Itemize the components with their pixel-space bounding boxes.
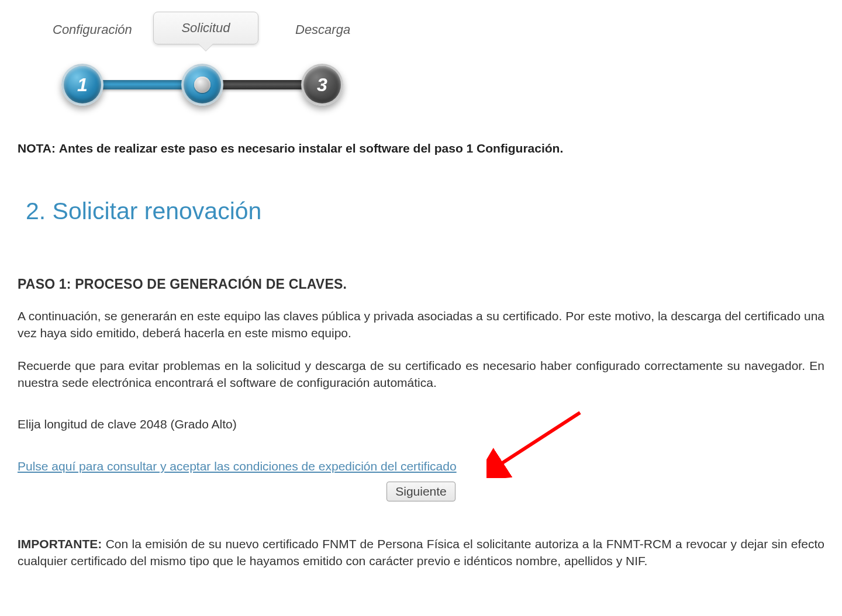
key-length-text: Elija longitud de clave 2048 (Grado Alto…: [18, 417, 824, 431]
page-title: 2. Solicitar renovación: [26, 198, 824, 225]
importante-text: Con la emisión de su nuevo certificado F…: [18, 537, 824, 567]
step-knob-1: 1: [61, 64, 103, 106]
nota-line: NOTA: Antes de realizar este paso es nec…: [18, 141, 824, 155]
paso1-title: PASO 1: PROCESO DE GENERACIÓN DE CLAVES.: [18, 276, 824, 292]
nota-label: NOTA:: [18, 141, 56, 155]
progress-stepper: Configuración Solicitud Descarga 1 3: [35, 12, 363, 134]
importante-label: IMPORTANTE:: [18, 537, 102, 551]
step-knob-2-current: [181, 64, 223, 106]
conditions-link[interactable]: Pulse aquí para consultar y aceptar las …: [18, 459, 457, 473]
importante-paragraph: IMPORTANTE: Con la emisión de su nuevo c…: [18, 535, 824, 570]
step-label-descarga: Descarga: [295, 22, 350, 37]
step-label-configuracion: Configuración: [53, 22, 132, 37]
nota-text: Antes de realizar este paso es necesario…: [59, 141, 563, 155]
paso1-paragraph-1: A continuación, se generarán en este equ…: [18, 307, 824, 342]
siguiente-button[interactable]: Siguiente: [387, 482, 455, 501]
step-knob-3: 3: [301, 64, 343, 106]
paso1-paragraph-2: Recuerde que para evitar problemas en la…: [18, 357, 824, 392]
step-label-solicitud: Solicitud: [153, 12, 258, 44]
step-track: 1 3: [64, 64, 342, 105]
